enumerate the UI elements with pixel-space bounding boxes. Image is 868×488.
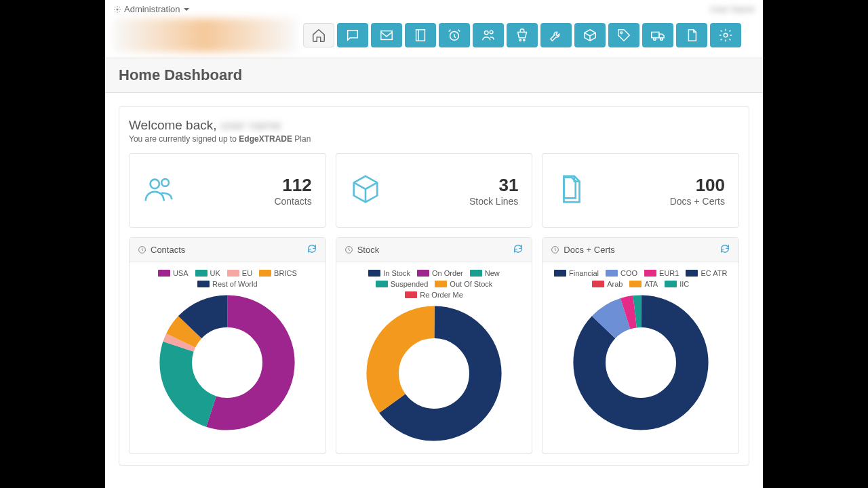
nav-settings[interactable] bbox=[710, 23, 741, 47]
stat-label: Docs + Certs bbox=[670, 196, 725, 207]
chart-title: Docs + Certs bbox=[564, 245, 615, 255]
page-title-bar: Home Dashboard bbox=[105, 58, 763, 93]
gear-icon bbox=[113, 5, 121, 14]
legend-label: USA bbox=[173, 269, 189, 277]
legend-label: Out Of Stock bbox=[450, 280, 492, 288]
nav-tools[interactable] bbox=[540, 23, 572, 47]
legend-item: ATA bbox=[629, 280, 658, 288]
legend-label: IIC bbox=[679, 280, 689, 288]
swatch bbox=[686, 270, 698, 277]
clock-icon bbox=[344, 245, 353, 254]
legend-label: EC ATR bbox=[701, 269, 727, 277]
svg-point-8 bbox=[524, 39, 525, 41]
legend-item: Arab bbox=[592, 280, 623, 288]
people-icon bbox=[143, 174, 174, 205]
swatch bbox=[259, 270, 271, 277]
stat-stock[interactable]: 31Stock Lines bbox=[336, 153, 533, 228]
swatch bbox=[195, 270, 208, 277]
stat-value: 100 bbox=[670, 175, 725, 196]
swatch bbox=[227, 270, 239, 277]
nav-clock[interactable] bbox=[439, 23, 470, 47]
nav-home[interactable] bbox=[303, 23, 334, 47]
stat-value: 31 bbox=[469, 175, 518, 196]
legend-item: USA bbox=[158, 269, 189, 277]
nav-book[interactable] bbox=[405, 23, 436, 47]
svg-point-11 bbox=[654, 38, 656, 41]
refresh-icon bbox=[513, 243, 524, 254]
legend-contacts: USAUKEUBRICSRest of World bbox=[130, 262, 326, 291]
donut-docs bbox=[573, 295, 709, 430]
home-icon bbox=[311, 28, 326, 43]
mail-icon bbox=[379, 28, 394, 43]
legend-label: UK bbox=[210, 269, 220, 277]
nav-stock[interactable] bbox=[574, 23, 606, 47]
book-icon bbox=[413, 28, 428, 43]
swatch bbox=[470, 270, 482, 277]
nav-cart[interactable] bbox=[507, 23, 538, 47]
administration-menu[interactable]: Administration bbox=[113, 4, 189, 14]
docs-icon bbox=[556, 174, 587, 205]
people-icon bbox=[481, 28, 496, 43]
legend-docs: FinancialCOOEUR1EC ATRArabATAIIC bbox=[542, 262, 738, 291]
swatch bbox=[665, 281, 677, 287]
plan-note: You are currently signed up to EdgeXTRAD… bbox=[129, 134, 739, 144]
docs-icon bbox=[684, 28, 699, 43]
alarm-icon bbox=[447, 28, 462, 43]
legend-item: Financial bbox=[554, 269, 599, 277]
svg-point-0 bbox=[117, 8, 119, 10]
user-menu[interactable]: User Name bbox=[710, 4, 755, 14]
box-icon bbox=[350, 174, 381, 205]
svg-rect-10 bbox=[652, 32, 659, 37]
tag-icon bbox=[616, 28, 631, 43]
legend-label: In Stock bbox=[383, 269, 410, 277]
legend-label: EU bbox=[242, 269, 252, 277]
swatch bbox=[405, 291, 417, 298]
gear-icon bbox=[718, 28, 733, 43]
legend-label: COO bbox=[620, 269, 637, 277]
dashboard-panel: Welcome back, user name You are currentl… bbox=[119, 106, 749, 466]
legend-item: COO bbox=[606, 269, 637, 277]
truck-icon bbox=[650, 28, 665, 43]
legend-label: Arab bbox=[607, 280, 623, 288]
refresh-icon bbox=[307, 243, 317, 254]
nav-chat[interactable] bbox=[337, 23, 368, 47]
stat-label: Contacts bbox=[274, 196, 311, 207]
legend-label: Re Order Me bbox=[420, 291, 463, 299]
clock-icon bbox=[551, 245, 559, 254]
swatch bbox=[417, 270, 429, 277]
legend-item: In Stock bbox=[368, 269, 410, 277]
swatch bbox=[644, 270, 656, 277]
svg-rect-1 bbox=[381, 31, 393, 40]
legend-label: Rest of World bbox=[212, 280, 257, 288]
nav-contacts[interactable] bbox=[473, 23, 504, 47]
svg-point-12 bbox=[660, 38, 663, 41]
swatch bbox=[592, 281, 604, 287]
svg-point-9 bbox=[620, 32, 623, 34]
swatch bbox=[606, 270, 618, 277]
svg-rect-2 bbox=[416, 30, 425, 41]
legend-label: On Order bbox=[432, 269, 463, 277]
refresh-button[interactable] bbox=[307, 243, 317, 256]
clock-icon bbox=[138, 245, 146, 254]
legend-item: Rest of World bbox=[197, 280, 257, 288]
cart-icon bbox=[515, 28, 530, 43]
nav-tag[interactable] bbox=[608, 23, 639, 47]
stat-contacts[interactable]: 112Contacts bbox=[129, 153, 326, 228]
refresh-icon bbox=[719, 243, 730, 254]
svg-point-7 bbox=[519, 39, 521, 41]
legend-item: Re Order Me bbox=[405, 291, 463, 299]
nav-mail[interactable] bbox=[371, 23, 402, 47]
legend-item: IIC bbox=[665, 280, 689, 288]
nav-docs[interactable] bbox=[676, 23, 707, 47]
legend-stock: In StockOn OrderNewSuspendedOut Of Stock… bbox=[336, 262, 532, 302]
welcome-text: Welcome back, user name bbox=[129, 118, 739, 133]
nav-shipping[interactable] bbox=[642, 23, 673, 47]
svg-point-15 bbox=[161, 179, 169, 186]
legend-item: Out Of Stock bbox=[435, 280, 492, 288]
swatch bbox=[158, 270, 170, 277]
stat-docs[interactable]: 100Docs + Certs bbox=[542, 153, 739, 228]
refresh-button[interactable] bbox=[719, 243, 730, 256]
donut-contacts bbox=[159, 295, 295, 430]
legend-item: Suspended bbox=[376, 280, 429, 288]
refresh-button[interactable] bbox=[513, 243, 524, 256]
